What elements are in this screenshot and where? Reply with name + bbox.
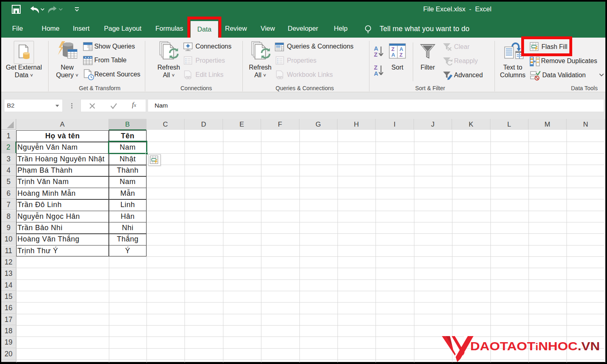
svg-text:Z: Z [374, 51, 378, 57]
svg-text:A: A [399, 46, 403, 52]
svg-text:Z: Z [399, 52, 403, 58]
svg-text:A: A [374, 70, 378, 76]
svg-text:A: A [374, 45, 378, 52]
svg-text:A: A [391, 52, 395, 58]
svg-text:Z: Z [391, 46, 395, 52]
